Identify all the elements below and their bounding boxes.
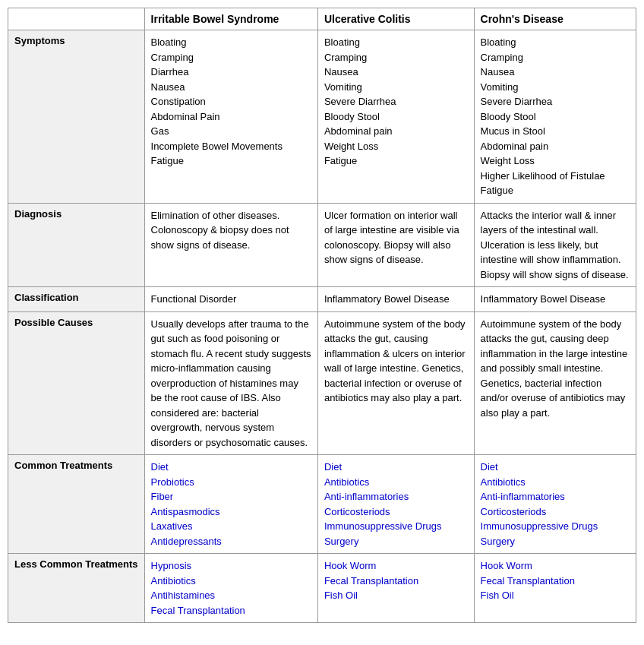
cell-cd-0: BloatingCrampingNauseaVomitingSevere Dia… [474,30,636,204]
list-item: Cramping [324,50,468,65]
cell-ibs-5: HypnosisAntibioticsAntihistaminesFecal T… [144,554,317,623]
list-item: Corticosteriods [481,504,630,520]
list-item: Constipation [151,94,311,109]
list-item: Surgery [481,534,630,549]
list-item: Vomiting [481,80,630,95]
list-item: Vomiting [324,80,468,95]
list-item: Fecal Transplantation [481,574,630,589]
list-item: Antispasmodics [151,504,311,520]
list-item: Immunosuppressive Drugs [481,519,630,534]
cell-ibs-2: Functional Disorder [144,287,317,312]
list-item: Fatigue [324,153,468,169]
row-header-2: Classification [8,287,145,312]
list-item: Bloody Stool [481,109,630,125]
cell-uc-5: Hook WormFecal TransplantationFish Oil [317,554,474,623]
comparison-table: Irritable Bowel Syndrome Ulcerative Coli… [8,8,636,623]
col-header-cd: Crohn's Disease [474,8,636,30]
cell-uc-0: BloatingCrampingNauseaVomitingSevere Dia… [317,30,474,204]
row-header-1: Diagnosis [8,203,145,287]
list-item: Surgery [324,534,468,549]
list-item: Mucus in Stool [481,124,630,139]
cell-uc-3: Autoimmune system of the body attacks th… [317,311,474,455]
list-item: Antihistamines [151,588,311,603]
list-item: Diet [324,460,468,475]
list-item: Diarrhea [151,65,311,80]
row-header-5: Less Common Treatments [8,554,145,623]
list-item: Hook Worm [324,558,468,574]
col-header-uc: Ulcerative Colitis [317,8,474,30]
list-item: Laxatives [151,519,311,534]
list-item: Antibiotics [324,475,468,490]
list-item: Severe Diarrhea [481,94,630,109]
list-item: Bloody Stool [324,109,468,125]
list-item: Fatigue [151,153,311,169]
cell-cd-3: Autoimmune system of the body attacks th… [474,311,636,455]
cell-uc-2: Inflammatory Bowel Disease [317,287,474,312]
list-item: Diet [151,460,311,475]
list-item: Fecal Transplantation [151,603,311,618]
cell-cd-4: DietAntibioticsAnti-inflammatoriesCortic… [474,455,636,554]
cell-uc-4: DietAntibioticsAnti-inflammatoriesCortic… [317,455,474,554]
cell-cd-5: Hook WormFecal TransplantationFish Oil [474,554,636,623]
list-item: Antidepressants [151,534,311,549]
list-item: Fecal Transplantation [324,574,468,589]
row-header-4: Common Treatments [8,455,145,554]
cell-cd-1: Attacks the interior wall & inner layers… [474,203,636,287]
list-item: Antibiotics [481,475,630,490]
cell-ibs-4: DietProbioticsFiberAntispasmodicsLaxativ… [144,455,317,554]
list-item: Fish Oil [481,588,630,603]
list-item: Diet [481,460,630,475]
col-header-ibs: Irritable Bowel Syndrome [144,8,317,30]
cell-cd-2: Inflammatory Bowel Disease [474,287,636,312]
row-header-0: Symptoms [8,30,145,204]
list-item: Severe Diarrhea [324,94,468,109]
list-item: Probiotics [151,475,311,490]
list-item: Fish Oil [324,588,468,603]
row-header-3: Possible Causes [8,311,145,455]
list-item: Weight Loss [324,139,468,154]
list-item: Nausea [151,80,311,95]
list-item: Abdominal pain [481,139,630,154]
list-item: Bloating [324,35,468,50]
list-item: Cramping [151,50,311,65]
list-item: Weight Loss [481,153,630,169]
col-header-empty [8,8,145,30]
list-item: Hook Worm [481,558,630,574]
list-item: Bloating [481,35,630,50]
list-item: Incomplete Bowel Movements [151,139,311,154]
list-item: Fiber [151,489,311,504]
list-item: Antibiotics [151,574,311,589]
list-item: Immunosuppressive Drugs [324,519,468,534]
list-item: Corticosteriods [324,504,468,520]
list-item: Abdominal pain [324,124,468,139]
cell-ibs-1: Elimination of other diseases. Colonosco… [144,203,317,287]
list-item: Nausea [481,65,630,80]
cell-ibs-0: BloatingCrampingDiarrheaNauseaConstipati… [144,30,317,204]
cell-ibs-3: Usually develops after trauma to the gut… [144,311,317,455]
list-item: Hypnosis [151,558,311,574]
list-item: Cramping [481,50,630,65]
list-item: Abdominal Pain [151,109,311,125]
list-item: Anti-inflammatories [481,489,630,504]
list-item: Nausea [324,65,468,80]
list-item: Anti-inflammatories [324,489,468,504]
list-item: Higher Likelihood of Fistulae [481,169,630,184]
list-item: Bloating [151,35,311,50]
cell-uc-1: Ulcer formation on interior wall of larg… [317,203,474,287]
list-item: Gas [151,124,311,139]
list-item: Fatigue [481,183,630,198]
